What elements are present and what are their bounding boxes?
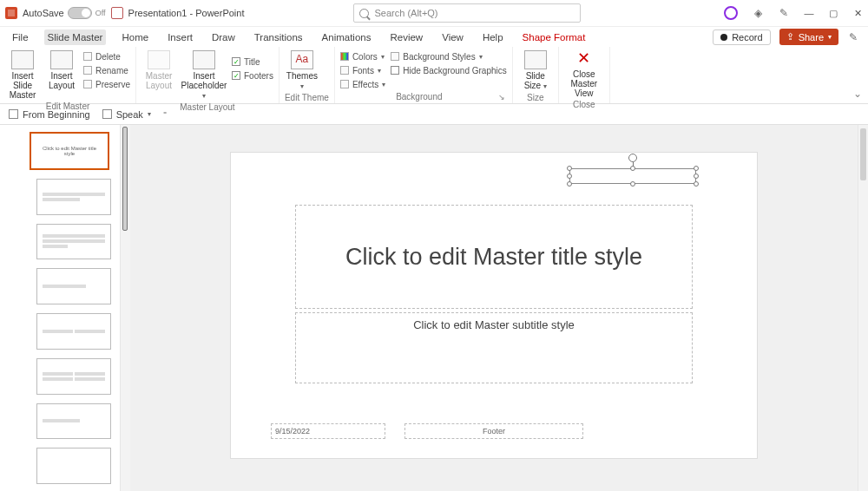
- canvas-scrollbar[interactable]: [858, 125, 868, 491]
- menu-help[interactable]: Help: [479, 29, 507, 45]
- resize-handle[interactable]: [630, 166, 635, 171]
- workspace: Click to edit Master title style Click t…: [0, 125, 868, 491]
- insert-placeholder-button[interactable]: Insert Placeholder ▾: [181, 50, 227, 101]
- thumbnail-scrollbar[interactable]: [120, 125, 130, 491]
- powerpoint-icon: [5, 7, 17, 19]
- search-input[interactable]: Search (Alt+Q): [353, 3, 581, 23]
- collapse-ribbon-button[interactable]: ⌄: [847, 47, 868, 103]
- record-button[interactable]: Record: [713, 29, 770, 45]
- master-layout-label: Master Layout: [141, 71, 176, 90]
- effects-button[interactable]: Effects▾: [340, 78, 385, 90]
- chevron-down-icon: ▾: [378, 67, 381, 75]
- themes-icon: Aa: [291, 50, 313, 69]
- background-styles-button[interactable]: Background Styles▾: [391, 50, 507, 62]
- slide-master-icon: [11, 50, 34, 69]
- insert-layout-label: Insert Layout: [45, 71, 78, 90]
- preserve-button[interactable]: Preserve: [83, 78, 130, 90]
- chevron-down-icon: ▾: [381, 53, 385, 61]
- resize-handle[interactable]: [694, 181, 699, 187]
- menu-view[interactable]: View: [438, 29, 467, 45]
- layout-thumbnail[interactable]: [36, 448, 111, 484]
- pen-icon[interactable]: ✎: [778, 7, 790, 19]
- subtitle-placeholder-text: Click to edit Master subtitle style: [413, 318, 575, 331]
- master-thumbnail[interactable]: Click to edit Master title style: [30, 132, 109, 170]
- menu-file[interactable]: File: [9, 29, 32, 45]
- effects-label: Effects: [352, 80, 378, 89]
- resize-handle[interactable]: [567, 173, 572, 179]
- menu-transitions[interactable]: Transitions: [251, 29, 306, 45]
- layout-thumbnail[interactable]: [36, 313, 111, 350]
- menu-shape-format[interactable]: Shape Format: [519, 29, 589, 45]
- rename-button[interactable]: Rename: [83, 64, 130, 76]
- slide-canvas-area[interactable]: Click to edit Master title style Click t…: [130, 125, 868, 491]
- resize-handle[interactable]: [567, 181, 572, 187]
- master-thumb-label: Click to edit Master title style: [36, 146, 102, 156]
- speak-label: Speak: [116, 109, 143, 120]
- chevron-down-icon: ▾: [828, 33, 832, 41]
- autosave-toggle[interactable]: AutoSave Off: [23, 7, 106, 19]
- close-master-view-button[interactable]: ✕ Close Master View: [564, 50, 604, 98]
- hide-bg-label: Hide Background Graphics: [403, 66, 507, 75]
- date-text: 9/15/2022: [275, 427, 310, 435]
- scrollbar-handle[interactable]: [122, 127, 128, 231]
- menu-insert[interactable]: Insert: [164, 29, 196, 45]
- resize-handle[interactable]: [567, 166, 572, 171]
- thumbnail-list[interactable]: Click to edit Master title style: [0, 125, 120, 491]
- selected-shape[interactable]: [569, 168, 696, 184]
- comments-icon[interactable]: ✎: [847, 31, 859, 43]
- layout-thumbnail[interactable]: [36, 403, 111, 440]
- footers-checkbox[interactable]: ✓Footers: [232, 69, 273, 82]
- maximize-button[interactable]: ▢: [828, 8, 838, 18]
- layout-thumbnail[interactable]: [36, 268, 111, 304]
- preserve-icon: [83, 80, 92, 88]
- title-placeholder[interactable]: Click to edit Master title style: [295, 205, 693, 309]
- delete-button[interactable]: Delete: [83, 50, 130, 62]
- from-beginning-label: From Beginning: [23, 109, 90, 120]
- colors-button[interactable]: Colors▾: [340, 50, 385, 62]
- diamond-icon[interactable]: ◈: [752, 7, 764, 19]
- resize-handle[interactable]: [630, 181, 635, 187]
- themes-button[interactable]: Aa Themes▾: [285, 50, 319, 91]
- date-placeholder[interactable]: 9/15/2022: [271, 423, 385, 439]
- placeholder-icon: [193, 50, 215, 69]
- subtitle-placeholder[interactable]: Click to edit Master subtitle style: [295, 312, 693, 383]
- menu-review[interactable]: Review: [386, 29, 426, 45]
- layout-thumbnail[interactable]: [36, 358, 111, 395]
- minimize-button[interactable]: —: [804, 8, 814, 18]
- dialog-launcher-icon[interactable]: ↘: [498, 93, 505, 101]
- title-checkbox[interactable]: ✓Title: [232, 56, 273, 68]
- chevron-down-icon: ▾: [148, 110, 151, 118]
- menu-home[interactable]: Home: [118, 29, 152, 45]
- fonts-button[interactable]: Fonts▾: [340, 64, 385, 76]
- share-icon: ⇪: [786, 31, 794, 43]
- share-button[interactable]: ⇪ Share ▾: [779, 29, 838, 45]
- speak-button[interactable]: Speak ▾: [102, 109, 151, 120]
- footer-placeholder[interactable]: Footer: [404, 423, 583, 439]
- scrollbar-handle[interactable]: [860, 128, 866, 180]
- rotate-handle[interactable]: [628, 154, 637, 162]
- resize-handle[interactable]: [694, 166, 699, 171]
- hide-bg-checkbox[interactable]: Hide Background Graphics: [391, 64, 507, 76]
- record-icon: [720, 34, 727, 41]
- ribbon-group-master-layout: Master Layout Insert Placeholder ▾ ✓Titl…: [136, 47, 279, 103]
- ribbon-group-size: Slide Size ▾ Size: [513, 47, 559, 103]
- toggle-icon[interactable]: [68, 7, 92, 19]
- insert-layout-button[interactable]: Insert Layout: [45, 50, 78, 90]
- master-layout-icon: [148, 50, 170, 69]
- menu-animations[interactable]: Animations: [319, 29, 375, 45]
- layout-thumbnail[interactable]: [36, 224, 111, 260]
- from-beginning-button[interactable]: From Beginning: [9, 109, 90, 120]
- colors-icon: [340, 52, 349, 61]
- layout-checkbox-group: ✓Title ✓Footers: [232, 50, 273, 82]
- account-icon[interactable]: [724, 6, 738, 20]
- close-window-button[interactable]: ✕: [852, 8, 863, 18]
- layout-thumbnail[interactable]: [36, 179, 111, 215]
- menu-slide-master[interactable]: Slide Master: [44, 29, 107, 45]
- insert-slide-master-button[interactable]: Insert Slide Master: [5, 50, 40, 100]
- save-icon[interactable]: [111, 7, 123, 19]
- overflow-icon[interactable]: ⁼: [163, 110, 167, 118]
- resize-handle[interactable]: [694, 173, 699, 179]
- menu-draw[interactable]: Draw: [208, 29, 239, 45]
- slide-master-canvas[interactable]: Click to edit Master title style Click t…: [231, 153, 757, 458]
- slide-size-button[interactable]: Slide Size ▾: [518, 50, 553, 91]
